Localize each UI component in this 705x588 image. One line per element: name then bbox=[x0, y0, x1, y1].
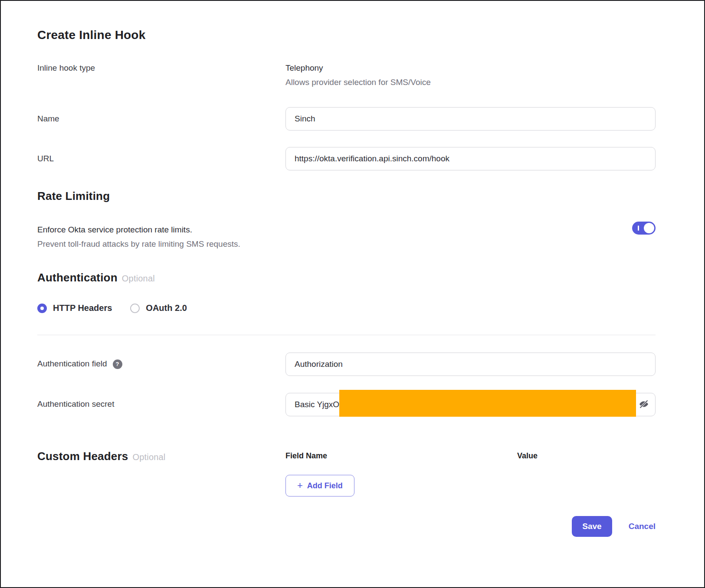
auth-field-row: Authentication field ? bbox=[37, 353, 656, 376]
eye-slash-icon bbox=[639, 399, 649, 411]
url-row: URL bbox=[37, 147, 656, 170]
add-field-button[interactable]: + Add Field bbox=[285, 475, 354, 497]
hook-type-value: Telephony bbox=[285, 62, 656, 74]
radio-oauth2-label: OAuth 2.0 bbox=[146, 303, 187, 313]
authentication-heading: AuthenticationOptional bbox=[37, 271, 656, 285]
name-label-col: Name bbox=[37, 107, 285, 124]
secret-redaction-overlay bbox=[339, 390, 636, 417]
rate-limit-toggle-row: Enforce Okta service protection rate lim… bbox=[37, 224, 656, 249]
page-title: Create Inline Hook bbox=[37, 29, 656, 42]
name-value-col bbox=[285, 107, 656, 131]
authentication-optional-tag: Optional bbox=[122, 274, 155, 283]
auth-field-label: Authentication field bbox=[37, 358, 107, 369]
radio-option-http-headers[interactable]: HTTP Headers bbox=[37, 303, 112, 313]
help-icon[interactable]: ? bbox=[113, 359, 122, 369]
custom-headers-column-headers: Field Name Value bbox=[285, 449, 656, 461]
custom-headers-table-col: Field Name Value + Add Field bbox=[285, 449, 656, 497]
radio-option-oauth2[interactable]: OAuth 2.0 bbox=[130, 303, 187, 313]
plus-icon: + bbox=[297, 482, 303, 490]
hook-type-description: Allows provider selection for SMS/Voice bbox=[285, 77, 656, 88]
rate-limiting-heading: Rate Limiting bbox=[37, 189, 656, 203]
hook-type-label-col: Inline hook type bbox=[37, 62, 285, 74]
toggle-secret-visibility-button[interactable] bbox=[638, 399, 649, 410]
column-header-field-name: Field Name bbox=[285, 451, 517, 461]
auth-secret-label-col: Authentication secret bbox=[37, 393, 285, 410]
hook-type-row: Inline hook type Telephony Allows provid… bbox=[37, 62, 656, 88]
section-divider bbox=[37, 335, 656, 335]
custom-headers-heading-text: Custom Headers bbox=[37, 450, 128, 463]
name-input[interactable] bbox=[285, 107, 656, 131]
authentication-heading-text: Authentication bbox=[37, 271, 118, 284]
hook-type-label: Inline hook type bbox=[37, 62, 285, 74]
toggle-on-indicator bbox=[638, 225, 639, 231]
column-header-value: Value bbox=[517, 451, 538, 461]
auth-field-input[interactable] bbox=[285, 353, 656, 376]
rate-limit-toggle[interactable] bbox=[632, 222, 656, 235]
radio-http-headers-label: HTTP Headers bbox=[53, 303, 112, 313]
custom-headers-heading: Custom HeadersOptional bbox=[37, 449, 285, 464]
auth-secret-label: Authentication secret bbox=[37, 393, 285, 410]
url-label: URL bbox=[37, 147, 285, 164]
name-row: Name bbox=[37, 107, 656, 131]
auth-secret-row: Authentication secret bbox=[37, 393, 656, 416]
add-field-button-label: Add Field bbox=[307, 481, 343, 490]
auth-secret-value-col bbox=[285, 393, 656, 416]
name-label: Name bbox=[37, 107, 285, 124]
url-label-col: URL bbox=[37, 147, 285, 164]
custom-headers-row: Custom HeadersOptional Field Name Value … bbox=[37, 449, 656, 497]
radio-unselected-icon[interactable] bbox=[130, 304, 140, 313]
auth-method-radio-group: HTTP Headers OAuth 2.0 bbox=[37, 303, 656, 313]
toggle-knob bbox=[644, 223, 654, 233]
url-value-col bbox=[285, 147, 656, 170]
auth-field-label-col: Authentication field ? bbox=[37, 353, 285, 369]
custom-headers-heading-col: Custom HeadersOptional bbox=[37, 449, 285, 464]
hook-type-value-col: Telephony Allows provider selection for … bbox=[285, 62, 656, 88]
enforce-rate-limits-description: Prevent toll-fraud attacks by rate limit… bbox=[37, 239, 240, 249]
rate-limit-toggle-text: Enforce Okta service protection rate lim… bbox=[37, 224, 240, 249]
dialog-actions: Save Cancel bbox=[37, 516, 656, 537]
url-input[interactable] bbox=[285, 147, 656, 170]
radio-selected-icon[interactable] bbox=[37, 304, 47, 313]
save-button[interactable]: Save bbox=[572, 516, 612, 537]
dialog-content: Create Inline Hook Inline hook type Tele… bbox=[1, 1, 704, 537]
cancel-button[interactable]: Cancel bbox=[629, 522, 656, 531]
create-inline-hook-dialog: Create Inline Hook Inline hook type Tele… bbox=[0, 0, 705, 588]
enforce-rate-limits-label: Enforce Okta service protection rate lim… bbox=[37, 224, 240, 235]
custom-headers-optional-tag: Optional bbox=[132, 452, 165, 462]
auth-field-value-col bbox=[285, 353, 656, 376]
